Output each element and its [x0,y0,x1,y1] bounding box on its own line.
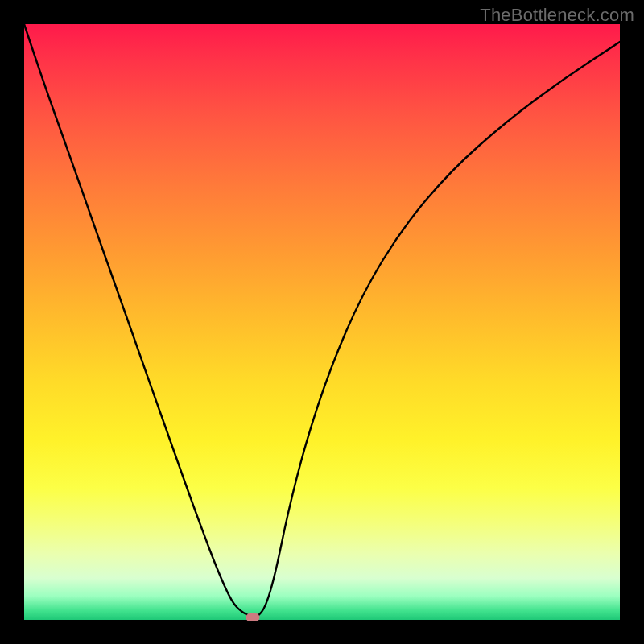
chart-frame: TheBottleneck.com [0,0,644,644]
bottleneck-curve [24,24,620,617]
curve-svg [24,24,620,620]
watermark-text: TheBottleneck.com [480,5,634,26]
plot-area [24,24,620,620]
minimum-marker [246,613,260,621]
